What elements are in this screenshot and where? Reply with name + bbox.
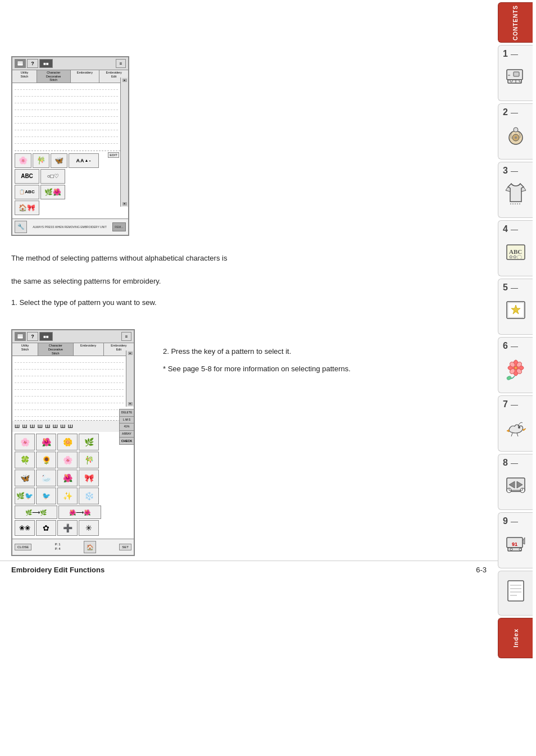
set-button-screen2[interactable]: SET — [119, 544, 131, 550]
page-footer: Embroidery Edit Functions 6-3 — [0, 561, 498, 579]
sidebar-tab-4[interactable]: 4 — ABC ✿✿◯ — [498, 220, 533, 276]
tab-number-6: 6 — [503, 341, 508, 351]
sidebar-tab-1[interactable]: 1 — — [498, 45, 533, 101]
svg-text:91: 91 — [511, 541, 517, 547]
tab-number-8: 8 — [503, 458, 508, 468]
always-text: ALWAYS PRESS WHEN REMOVING EMBROIDERY UN… — [27, 225, 112, 229]
tab-number-2: 2 — [503, 107, 508, 117]
bird-icon — [503, 414, 528, 441]
sidebar-tab-6[interactable]: 6 — — [498, 337, 533, 393]
svg-point-41 — [519, 548, 521, 550]
sidebar-tab-5[interactable]: 5 — — [498, 279, 533, 335]
sidebar-tab-9[interactable]: 9 — 91 — [498, 512, 533, 568]
svg-line-30 — [517, 433, 518, 436]
screen2-mockup: ? ■■ ≡ UtilityStitch CharacterDecorative… — [11, 329, 152, 556]
delete-button[interactable]: DELETE — [119, 409, 134, 417]
tab-dash-2: — — [511, 108, 518, 117]
svg-point-2 — [510, 80, 512, 82]
index-label: Index — [512, 629, 519, 648]
tab-number-4: 4 — [503, 224, 508, 234]
footer-page: 6-3 — [476, 566, 487, 574]
svg-point-28 — [518, 426, 520, 429]
abc-embroidery-icon: ABC ✿✿◯ — [503, 239, 528, 266]
svg-point-40 — [510, 548, 512, 550]
bottom-section: ? ■■ ≡ UtilityStitch CharacterDecorative… — [11, 329, 481, 556]
thread-icon — [503, 123, 528, 150]
screen1-mockup: ? ■■ ≡ UtilityStitch CharacterDecorative… — [11, 56, 146, 247]
svg-point-27 — [506, 376, 512, 380]
sidebar-tab-contents[interactable]: CONTENTS — [498, 2, 533, 43]
tab-dash-4: — — [511, 225, 518, 234]
edit-label-screen1: EDIT — [108, 152, 119, 158]
scissors-icon — [503, 472, 528, 499]
step1-text: 1. Select the type of pattern you want t… — [11, 298, 346, 307]
tab-number-1: 1 — [503, 49, 508, 59]
star-pattern-icon — [503, 297, 528, 324]
sewing-machine-icon — [503, 64, 528, 93]
intro-text-line1: The method of selecting patterns without… — [11, 253, 346, 265]
intro-text-line2: the same as selecting patterns for embro… — [11, 276, 346, 288]
tab-number-3: 3 — [503, 166, 508, 176]
contents-label: CONTENTS — [512, 5, 519, 40]
main-content: ? ■■ ≡ UtilityStitch CharacterDecorative… — [0, 0, 498, 579]
svg-point-9 — [515, 136, 517, 139]
array-button[interactable]: ARRAY — [119, 431, 134, 438]
footer-title: Embroidery Edit Functions — [11, 566, 105, 574]
sidebar-tab-notes[interactable] — [498, 571, 533, 616]
svg-point-3 — [519, 80, 521, 82]
sidebar-tab-7[interactable]: 7 — — [498, 395, 533, 452]
svg-line-29 — [511, 433, 512, 436]
svg-rect-47 — [17, 61, 23, 66]
tab-dash-3: — — [511, 167, 518, 175]
flower-icon — [503, 356, 528, 382]
close-button-screen2[interactable]: CLOSE — [15, 544, 31, 550]
sidebar-tab-3[interactable]: 3 — — [498, 162, 533, 218]
tab-dash-7: — — [511, 400, 518, 409]
svg-rect-49 — [17, 334, 23, 339]
notes-icon — [503, 577, 528, 609]
svg-text:✿✿◯: ✿✿◯ — [509, 254, 522, 259]
tab-number-5: 5 — [503, 283, 508, 293]
sidebar-tab-2[interactable]: 2 — — [498, 103, 533, 160]
tab-number-9: 9 — [503, 516, 508, 526]
machine2-icon: 91 — [503, 531, 528, 558]
tab-dash-6: — — [511, 342, 518, 350]
sidebar-tab-8[interactable]: 8 — — [498, 454, 533, 510]
tab-number-7: 7 — [503, 399, 508, 409]
svg-point-10 — [514, 127, 518, 132]
size-button[interactable]: 41% — [119, 423, 134, 431]
check-button[interactable]: CHECK — [119, 438, 134, 445]
svg-rect-5 — [514, 72, 519, 76]
note-text: * See page 5-8 for more information on s… — [163, 363, 481, 375]
lms-button[interactable]: L·M·S — [119, 417, 134, 424]
intro-text-block: The method of selecting patterns without… — [11, 247, 346, 313]
svg-rect-42 — [508, 581, 524, 601]
tab-dash-1: — — [511, 50, 518, 58]
shirt-icon — [503, 179, 528, 208]
tab-dash-8: — — [511, 459, 518, 467]
right-sidebar: CONTENTS 1 — 2 — — [498, 0, 536, 756]
tab-dash-9: — — [511, 517, 518, 526]
bottom-text-block: 2. Press the key of a pattern to select … — [163, 329, 481, 379]
sidebar-tab-index[interactable]: Index — [498, 618, 533, 658]
step2-text: 2. Press the key of a pattern to select … — [163, 346, 481, 358]
tab-dash-5: — — [511, 284, 518, 292]
